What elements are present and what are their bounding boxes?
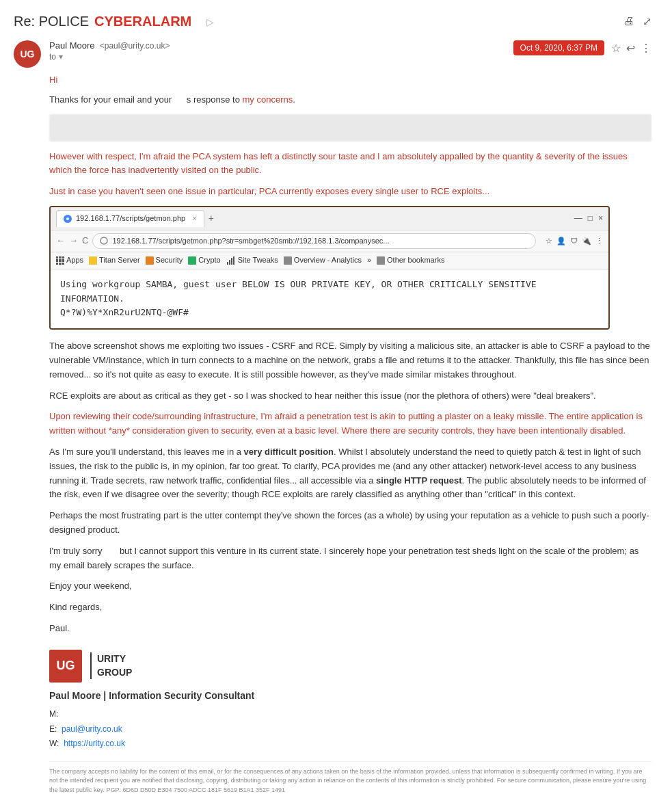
bookmark-overview-analytics[interactable]: Overview - Analytics xyxy=(284,254,362,267)
sender-name-line: Paul Moore <paul@urity.co.uk> xyxy=(49,40,170,51)
email-subject: Re: POLICE CYBERALARM ▷ xyxy=(14,14,214,29)
browser-screenshot: 192.168.1.77/scripts/getmon.php × + — □ … xyxy=(49,206,610,330)
nav-back-icon[interactable]: ← xyxy=(56,234,65,248)
bookmark-other[interactable]: Other bookmarks xyxy=(377,254,444,267)
browser-bookmarks-bar: Apps Titan Server Security Crypto xyxy=(51,252,608,269)
print-icon[interactable]: 🖨 xyxy=(623,15,634,28)
greeting: Hi xyxy=(49,73,651,88)
maximize-icon[interactable]: □ xyxy=(588,212,593,225)
nav-refresh-icon[interactable]: C xyxy=(82,234,88,248)
lock-icon xyxy=(100,237,108,245)
bookmark-apps[interactable]: Apps xyxy=(56,254,83,267)
email-header-top: Re: POLICE CYBERALARM ▷ 🖨 ⤢ xyxy=(14,14,651,29)
para-kind-regards: Kind regards, xyxy=(49,600,651,615)
ug-logo-box: UG xyxy=(49,650,82,683)
svg-rect-3 xyxy=(227,262,228,265)
para-sorry: I'm truly sorry but I cannot support thi… xyxy=(49,544,651,573)
folder-icon xyxy=(89,256,97,265)
browser-window-controls: — □ × xyxy=(574,212,603,225)
sig-contact: M: E: paul@urity.co.uk W: https://urity.… xyxy=(49,707,651,752)
sig-email-link[interactable]: paul@urity.co.uk xyxy=(62,724,122,734)
very-difficult-text: very difficult position xyxy=(244,447,334,457)
browser-menu-icon[interactable]: ⋮ xyxy=(595,235,603,248)
more-options-icon[interactable]: ⋮ xyxy=(641,42,651,55)
red-paragraph-1: However with respect, I'm afraid the PCA… xyxy=(49,150,651,178)
bookmark-titan-server[interactable]: Titan Server xyxy=(89,254,140,267)
red-paragraph-2: Just in case you haven't seen one issue … xyxy=(49,185,651,199)
my-concerns-link[interactable]: my concerns xyxy=(243,94,293,105)
para-enjoy: Enjoy your weekend, xyxy=(49,579,651,594)
browser-tab[interactable]: 192.168.1.77/scripts/getmon.php × xyxy=(56,210,204,227)
sender-right: Oct 9, 2020, 6:37 PM ☆ ↩ ⋮ xyxy=(513,40,651,55)
browser-security-icon: 🛡 xyxy=(570,235,578,248)
signature-section: UG URITY GROUP Paul Moore | Information … xyxy=(49,650,651,794)
date-badge: Oct 9, 2020, 6:37 PM xyxy=(513,40,604,55)
nav-forward-icon[interactable]: → xyxy=(69,234,78,248)
address-text: 192.168.1.77/scripts/getmon.php?str=smbg… xyxy=(112,235,389,248)
disclaimer: The company accepts no liability for the… xyxy=(49,761,651,794)
browser-content-line2: Q*?W)%Y*XnR2urU2NTQ-@WF# xyxy=(60,306,599,320)
tab-favicon xyxy=(64,215,72,223)
svg-point-2 xyxy=(100,237,107,244)
sig-mobile: M: xyxy=(49,707,651,722)
browser-titlebar: 192.168.1.77/scripts/getmon.php × + — □ … xyxy=(51,207,608,230)
browser-addressbar: ← → C 192.168.1.77/scripts/getmon.php?st… xyxy=(51,230,608,253)
action-icons: ☆ ↩ ⋮ xyxy=(611,42,651,55)
popout-icon[interactable]: ⤢ xyxy=(643,15,651,28)
address-field[interactable]: 192.168.1.77/scripts/getmon.php?str=smbg… xyxy=(92,233,536,250)
apps-grid-icon xyxy=(56,256,64,265)
folder-icon xyxy=(188,256,196,265)
minimize-icon[interactable]: — xyxy=(574,212,582,225)
folder-icon xyxy=(377,256,385,265)
bookmark-crypto[interactable]: Crypto xyxy=(188,254,220,267)
para-frustrating: Perhaps the most frustrating part is the… xyxy=(49,509,651,538)
single-http-text: single HTTP request xyxy=(376,475,461,486)
address-action-icons: ☆ 👤 🛡 🔌 ⋮ xyxy=(546,235,603,248)
bookmark-star-icon[interactable]: ☆ xyxy=(546,235,552,248)
sender-left: UG Paul Moore <paul@urity.co.uk> to ▾ xyxy=(14,40,170,68)
reply-icon[interactable]: ↩ xyxy=(626,42,635,55)
sig-name: Paul Moore | Information Security Consul… xyxy=(49,688,651,703)
para-difficult-position: As I'm sure you'll understand, this leav… xyxy=(49,445,651,502)
para-csrf-rce: The above screenshot shows me exploiting… xyxy=(49,339,651,382)
signal-icon xyxy=(226,256,236,265)
folder-icon xyxy=(146,256,154,265)
para-paul: Paul. xyxy=(49,622,651,636)
subject-cyberalarm: CYBERALARM xyxy=(94,14,191,29)
browser-user-icon: 👤 xyxy=(556,235,566,248)
sig-web-link[interactable]: https://urity.co.uk xyxy=(64,739,125,748)
tab-label: 192.168.1.77/scripts/getmon.php xyxy=(76,213,185,225)
svg-rect-5 xyxy=(231,258,232,265)
tab-close-icon[interactable]: × xyxy=(192,213,196,225)
para-red-pentest: Upon reviewing their code/surrounding in… xyxy=(49,410,651,438)
sender-info: Paul Moore <paul@urity.co.uk> to ▾ xyxy=(49,40,170,62)
to-expand-icon[interactable]: ▾ xyxy=(59,52,63,62)
star-icon[interactable]: ☆ xyxy=(611,42,621,55)
svg-point-1 xyxy=(66,217,69,220)
blurred-content xyxy=(49,114,651,142)
header-action-icons: 🖨 ⤢ xyxy=(623,15,651,28)
sender-row: UG Paul Moore <paul@urity.co.uk> to ▾ Oc… xyxy=(14,40,651,68)
browser-content: Using workgroup SAMBA, guest user BELOW … xyxy=(51,269,608,328)
sig-email: E: paul@urity.co.uk xyxy=(49,722,651,737)
subject-arrow: ▷ xyxy=(206,16,214,27)
bookmark-site-tweaks[interactable]: Site Tweaks xyxy=(226,254,278,267)
email-body: Hi Thanks for your email and your s resp… xyxy=(49,73,651,794)
intro-paragraph: Thanks for your email and your s respons… xyxy=(49,93,651,107)
browser-content-line1: Using workgroup SAMBA, guest user BELOW … xyxy=(60,278,599,306)
email-container: Re: POLICE CYBERALARM ▷ 🖨 ⤢ UG Paul Moor… xyxy=(0,0,672,794)
subject-prefix: Re: POLICE xyxy=(14,14,89,29)
svg-rect-6 xyxy=(233,256,234,265)
close-icon[interactable]: × xyxy=(598,212,603,225)
ug-logo: UG URITY GROUP xyxy=(49,650,651,683)
bookmark-more[interactable]: » xyxy=(367,254,371,267)
company-name: URITY GROUP xyxy=(90,652,132,679)
browser-extension-icon: 🔌 xyxy=(582,235,591,248)
avatar: UG xyxy=(14,40,41,68)
new-tab-icon[interactable]: + xyxy=(209,211,214,226)
sender-email: <paul@urity.co.uk> xyxy=(100,41,170,51)
sender-name: Paul Moore xyxy=(49,40,94,51)
svg-rect-4 xyxy=(229,260,230,265)
sender-to-line: to ▾ xyxy=(49,52,170,62)
bookmark-security[interactable]: Security xyxy=(146,254,183,267)
